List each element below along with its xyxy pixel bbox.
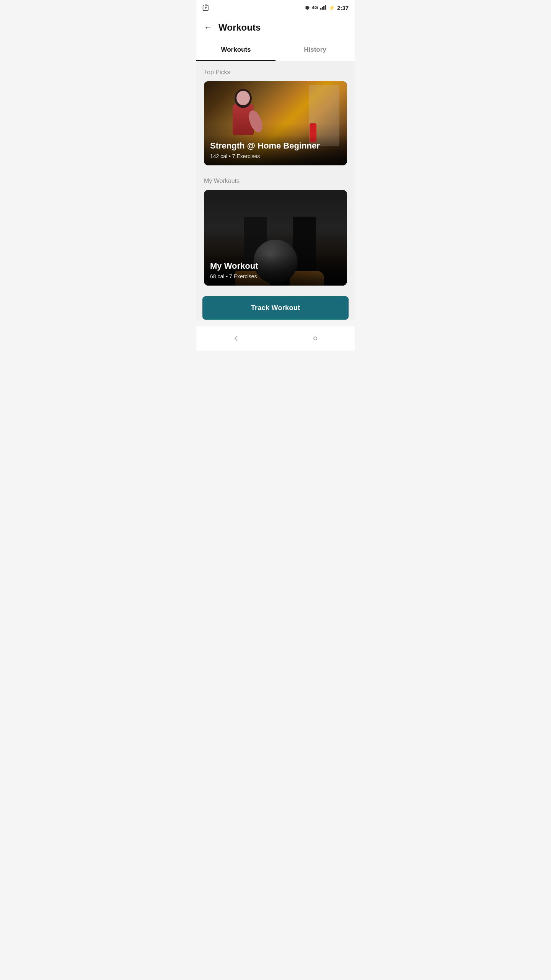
signal-icon: [320, 5, 326, 11]
nav-home-icon[interactable]: [308, 331, 323, 346]
back-button[interactable]: ←: [204, 23, 212, 33]
battery-icon: ⚡: [329, 5, 335, 11]
my-workouts-section: My Workouts: [196, 170, 355, 290]
header: ← Workouts: [196, 15, 355, 40]
my-workout-card-title: My Workout: [210, 261, 341, 271]
svg-point-5: [314, 337, 317, 340]
track-workout-button[interactable]: Track Workout: [202, 296, 349, 320]
top-picks-title: Top Picks: [204, 69, 347, 76]
content-area: Top Picks: [196, 61, 355, 320]
svg-rect-0: [205, 5, 207, 6]
bottom-nav: [196, 326, 355, 351]
tab-history[interactable]: History: [276, 40, 355, 61]
nav-back-icon[interactable]: [228, 331, 244, 346]
time-display: 2:37: [337, 5, 349, 11]
svg-rect-1: [320, 8, 321, 10]
my-workout-card-meta: 68 cal • 7 Exercises: [210, 273, 341, 279]
status-left-icons: [202, 4, 209, 11]
status-bar: ⭓ 4G ⚡ 2:37: [196, 0, 355, 15]
svg-rect-3: [323, 6, 324, 10]
tab-workouts[interactable]: Workouts: [196, 40, 276, 61]
back-arrow-icon: ←: [204, 23, 212, 33]
top-picks-card[interactable]: Strength @ Home Beginner 142 cal • 7 Exe…: [204, 81, 347, 165]
clipboard-icon: [202, 4, 209, 11]
top-picks-card-overlay: Strength @ Home Beginner 142 cal • 7 Exe…: [204, 135, 347, 165]
page-title: Workouts: [218, 22, 261, 33]
svg-rect-4: [325, 5, 326, 10]
top-picks-card-title: Strength @ Home Beginner: [210, 141, 341, 151]
network-label: 4G: [312, 5, 318, 10]
my-workouts-title: My Workouts: [204, 178, 347, 185]
svg-rect-2: [322, 7, 323, 10]
status-right-icons: ⭓ 4G ⚡ 2:37: [305, 5, 349, 11]
top-picks-section: Top Picks: [196, 61, 355, 170]
bluetooth-icon: ⭓: [305, 5, 310, 11]
tabs-container: Workouts History: [196, 40, 355, 61]
my-workout-card-overlay: My Workout 68 cal • 7 Exercises: [204, 255, 347, 286]
top-picks-card-meta: 142 cal • 7 Exercises: [210, 153, 341, 159]
my-workout-card[interactable]: My Workout 68 cal • 7 Exercises: [204, 190, 347, 286]
